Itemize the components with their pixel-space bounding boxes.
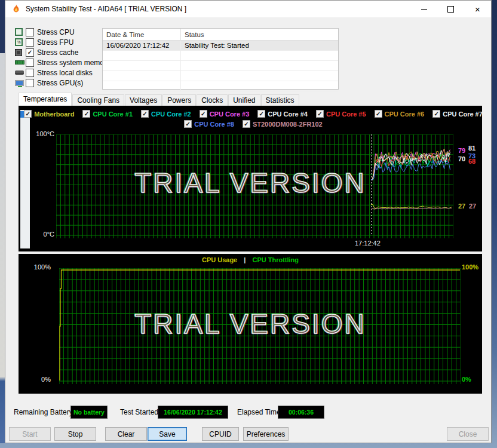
desktop: { "window": { "title": "System Stability… bbox=[0, 0, 497, 448]
usage-title-part: CPU Usage bbox=[202, 256, 237, 263]
stress-option-row: Stress GPU(s) bbox=[15, 78, 105, 88]
device-icon bbox=[15, 70, 26, 75]
stress-option-checkbox[interactable] bbox=[26, 38, 34, 47]
app-window: System Stability Test - AIDA64 [ TRIAL V… bbox=[5, 0, 492, 443]
event-log-empty-row[interactable] bbox=[103, 81, 338, 91]
event-datetime: 16/06/2020 17:12:42 bbox=[103, 41, 181, 50]
legend-checkbox[interactable] bbox=[316, 110, 324, 118]
device-icon-glyph bbox=[15, 80, 24, 86]
legend-item: CPU Core #6 bbox=[375, 110, 425, 118]
test-started-value: 16/06/2020 17:12:42 bbox=[158, 406, 228, 419]
tab[interactable]: Powers bbox=[162, 94, 196, 106]
stress-option-row: Stress CPU bbox=[15, 27, 105, 37]
event-log-body: 16/06/2020 17:12:42 Stability Test: Star… bbox=[103, 41, 338, 91]
tab[interactable]: Statistics bbox=[261, 94, 299, 106]
device-icon-glyph bbox=[15, 70, 24, 75]
elapsed-time-value: 00:06:36 bbox=[278, 406, 324, 419]
legend-checkbox[interactable] bbox=[257, 110, 265, 118]
stress-option-row: Stress system memory bbox=[15, 57, 105, 67]
legend-row-1: Motherboard CPU Core #1 CPU Core #2 bbox=[36, 109, 470, 119]
close-icon: × bbox=[475, 5, 480, 14]
legend-row-2: CPU Core #8 ST2000DM008-2FR102 bbox=[36, 119, 470, 129]
legend-item: CPU Core #2 bbox=[141, 110, 191, 118]
event-log-empty-row[interactable] bbox=[103, 51, 338, 61]
stress-option-label: Stress GPU(s) bbox=[37, 79, 83, 87]
current-temp-value: 70 bbox=[458, 156, 465, 162]
temp-time-tick-label: 17:12:42 bbox=[355, 240, 381, 247]
legend-checkbox[interactable] bbox=[141, 110, 149, 118]
legend-checkbox[interactable] bbox=[184, 120, 192, 128]
action-button[interactable]: Save bbox=[148, 427, 187, 441]
current-temp-value: 27 bbox=[469, 203, 476, 210]
vertical-scrollbar[interactable] bbox=[20, 110, 30, 248]
legend-checkbox[interactable] bbox=[432, 110, 440, 118]
legend-item: CPU Core #8 bbox=[184, 120, 234, 128]
event-log-table: Date & Time Status 16/06/2020 17:12:42 S… bbox=[102, 28, 339, 90]
tab[interactable]: Unified bbox=[228, 94, 260, 106]
temperature-plot bbox=[56, 134, 453, 239]
event-log-empty-row[interactable] bbox=[103, 71, 338, 81]
tab[interactable]: Voltages bbox=[125, 94, 162, 106]
action-button[interactable]: Clear bbox=[105, 427, 147, 441]
legend-checkbox[interactable] bbox=[375, 110, 382, 118]
device-icon bbox=[15, 38, 26, 46]
legend-checkbox[interactable] bbox=[24, 110, 32, 118]
status-bar: Remaining Battery: No battery Test Start… bbox=[5, 404, 491, 420]
test-started-label: Test Started: bbox=[120, 408, 160, 416]
tab[interactable]: Temperatures bbox=[19, 93, 72, 106]
device-icon bbox=[15, 60, 26, 65]
temperature-legend: Motherboard CPU Core #1 CPU Core #2 bbox=[36, 109, 470, 129]
stress-option-label: Stress cache bbox=[37, 48, 78, 57]
stress-option-label: Stress system memory bbox=[37, 59, 110, 67]
current-temp-value: 81 bbox=[468, 145, 475, 152]
device-icon bbox=[15, 80, 26, 86]
legend-item: Motherboard bbox=[24, 110, 74, 118]
tab-strip: Temperatures Cooling Fans Voltages Power… bbox=[19, 94, 300, 106]
event-status: Stability Test: Started bbox=[181, 41, 338, 50]
stress-option-checkbox[interactable] bbox=[26, 79, 34, 87]
temperatures-panel: Motherboard CPU Core #1 CPU Core #2 bbox=[19, 106, 482, 251]
aida64-flame-icon bbox=[11, 4, 21, 14]
tab[interactable]: Cooling Fans bbox=[72, 94, 124, 106]
action-button[interactable]: CPUID bbox=[202, 427, 239, 441]
temperature-current-values: 79 81 70 73 68 27 27 bbox=[458, 106, 484, 251]
stress-option-checkbox[interactable] bbox=[26, 48, 34, 57]
maximize-button[interactable] bbox=[437, 1, 464, 17]
stress-option-checkbox[interactable] bbox=[26, 28, 34, 36]
cpu-usage-panel: CPU Usage | CPU Throttling 100% 0% 100% … bbox=[19, 254, 482, 394]
stress-option-checkbox[interactable] bbox=[26, 59, 34, 67]
legend-label: CPU Core #4 bbox=[268, 111, 308, 118]
device-icon bbox=[15, 49, 26, 56]
event-log-row[interactable]: 16/06/2020 17:12:42 Stability Test: Star… bbox=[103, 41, 338, 51]
legend-checkbox[interactable] bbox=[243, 120, 250, 128]
legend-item: ST2000DM008-2FR102 bbox=[243, 120, 323, 128]
title-bar[interactable]: System Stability Test - AIDA64 [ TRIAL V… bbox=[5, 1, 491, 17]
usage-title-part: | bbox=[244, 256, 246, 263]
battery-label: Remaining Battery: bbox=[14, 408, 75, 416]
event-log-empty-row[interactable] bbox=[103, 61, 338, 71]
legend-item: CPU Core #1 bbox=[82, 110, 133, 118]
tab[interactable]: Clocks bbox=[197, 94, 228, 106]
desktop-background-strip bbox=[0, 0, 5, 443]
legend-label: CPU Core #2 bbox=[151, 111, 191, 118]
legend-label: CPU Core #8 bbox=[194, 121, 234, 128]
usage-right-min-label: 0% bbox=[462, 376, 471, 383]
column-header-status[interactable]: Status bbox=[181, 29, 338, 40]
current-temp-value: 27 bbox=[458, 203, 465, 210]
close-button[interactable]: × bbox=[464, 1, 491, 17]
minimize-button[interactable] bbox=[410, 1, 437, 17]
legend-item: CPU Core #3 bbox=[200, 110, 250, 118]
stress-option-label: Stress CPU bbox=[37, 28, 75, 36]
stress-options-list: Stress CPU Stress FPU Stress cache Stres… bbox=[15, 27, 105, 88]
action-button[interactable]: Preferences bbox=[243, 427, 289, 441]
usage-title-part: CPU Throttling bbox=[252, 256, 299, 263]
legend-checkbox[interactable] bbox=[82, 110, 90, 118]
legend-item: CPU Core #5 bbox=[316, 110, 366, 118]
action-button[interactable]: Stop bbox=[54, 427, 96, 441]
usage-right-max-label: 100% bbox=[462, 263, 478, 271]
column-header-datetime[interactable]: Date & Time bbox=[103, 29, 181, 40]
legend-label: CPU Core #5 bbox=[326, 111, 366, 118]
legend-checkbox[interactable] bbox=[200, 110, 207, 118]
legend-label: CPU Core #1 bbox=[93, 111, 133, 118]
stress-option-checkbox[interactable] bbox=[26, 69, 34, 77]
